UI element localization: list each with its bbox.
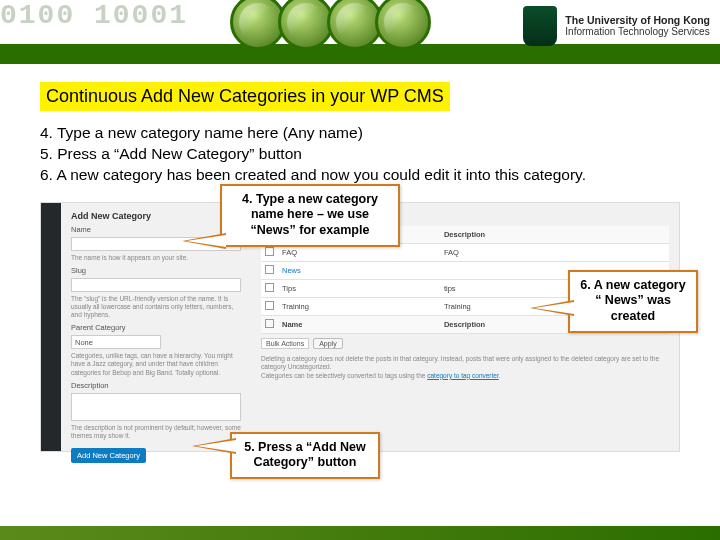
step-6: 6. A new category has been created and n… bbox=[40, 165, 680, 186]
footer-bar bbox=[0, 526, 720, 540]
brand-block: The University of Hong Kong Information … bbox=[523, 6, 710, 46]
callout-4: 4. Type a new category name here – we us… bbox=[220, 184, 400, 247]
brand-text: The University of Hong Kong Information … bbox=[565, 14, 710, 39]
globe-icon bbox=[375, 0, 431, 50]
name-help: The name is how it appears on your site. bbox=[71, 254, 241, 262]
callout-arrow-icon bbox=[192, 438, 236, 454]
checkbox-icon[interactable] bbox=[265, 319, 274, 328]
cat-slug: FAQ bbox=[440, 243, 669, 261]
callout-arrow-icon bbox=[182, 233, 226, 249]
callout-6: 6. A new category “ News” was created bbox=[568, 270, 698, 333]
step-list: 4. Type a new category name here (Any na… bbox=[0, 115, 720, 192]
parent-label: Parent Category bbox=[71, 323, 241, 332]
banner-digits: 0100 10001 bbox=[0, 0, 188, 31]
apply-button[interactable]: Apply bbox=[313, 338, 343, 349]
th-desc[interactable]: Description bbox=[440, 226, 669, 244]
slide-title: Continuous Add New Categories in your WP… bbox=[40, 82, 450, 111]
footer-note: Deleting a category does not delete the … bbox=[261, 355, 669, 380]
add-new-category-button[interactable]: Add New Category bbox=[71, 448, 146, 463]
parent-help: Categories, unlike tags, can have a hier… bbox=[71, 352, 241, 376]
callout-arrow-icon bbox=[530, 300, 574, 316]
wp-admin-sidebar bbox=[41, 203, 61, 451]
screenshot-canvas: Add New Category Name The name is how it… bbox=[40, 192, 680, 522]
cat-link[interactable]: Training bbox=[278, 297, 440, 315]
slug-label: Slug bbox=[71, 266, 241, 275]
slide-banner: 0100 10001 The University of Hong Kong I… bbox=[0, 0, 720, 64]
brand-line1: The University of Hong Kong bbox=[565, 14, 710, 27]
checkbox-icon[interactable] bbox=[265, 247, 274, 256]
callout-5-text: 5. Press a “Add New Category” button bbox=[244, 440, 366, 470]
checkbox-icon[interactable] bbox=[265, 265, 274, 274]
description-input[interactable] bbox=[71, 393, 241, 421]
cat-link[interactable]: News bbox=[278, 261, 440, 279]
slug-help: The “slug” is the URL-friendly version o… bbox=[71, 295, 241, 319]
checkbox-icon[interactable] bbox=[265, 301, 274, 310]
step-5: 5. Press a “Add New Category” button bbox=[40, 144, 680, 165]
description-label: Description bbox=[71, 381, 241, 390]
panel-heading: Add New Category bbox=[71, 211, 241, 221]
converter-link[interactable]: category to tag converter bbox=[427, 372, 499, 379]
checkbox-icon[interactable] bbox=[265, 283, 274, 292]
step-4: 4. Type a new category name here (Any na… bbox=[40, 123, 680, 144]
hku-shield-icon bbox=[523, 6, 557, 46]
brand-line2: Information Technology Services bbox=[565, 26, 710, 38]
globe-icon bbox=[278, 0, 334, 50]
callout-6-text: 6. A new category “ News” was created bbox=[580, 278, 685, 323]
slug-input[interactable] bbox=[71, 278, 241, 292]
bulk-actions-select[interactable]: Bulk Actions bbox=[261, 338, 309, 349]
callout-4-text: 4. Type a new category name here – we us… bbox=[242, 192, 378, 237]
banner-circles bbox=[230, 0, 419, 54]
th-name-foot[interactable]: Name bbox=[278, 315, 440, 333]
callout-5: 5. Press a “Add New Category” button bbox=[230, 432, 380, 479]
parent-select[interactable]: None bbox=[71, 335, 161, 349]
bulk-actions-row-bottom: Bulk Actions Apply bbox=[261, 338, 669, 349]
cat-link[interactable]: Tips bbox=[278, 279, 440, 297]
